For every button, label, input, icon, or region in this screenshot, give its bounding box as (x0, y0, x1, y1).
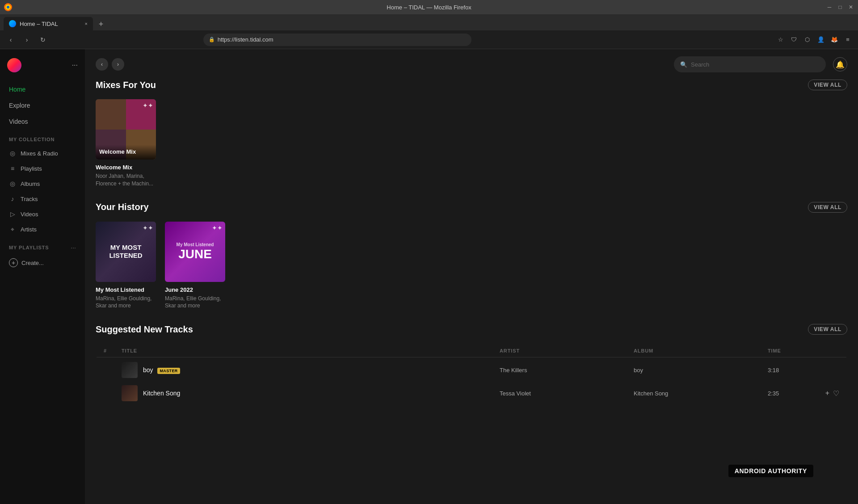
col-title: TITLE (122, 348, 500, 353)
search-icon: 🔍 (680, 61, 687, 68)
reload-button[interactable]: ↻ (38, 34, 48, 45)
playlists-icon: ≡ (9, 165, 16, 172)
shield-icon[interactable]: 🛡 (789, 35, 799, 45)
active-tab[interactable]: Home – TIDAL × (4, 17, 93, 30)
welcome-mix-card[interactable]: ✦✦ Welcome Mix Welcome Mix Noor Jahan, M… (96, 99, 156, 188)
most-listened-image: MY MOST LISTENED ✦✦ (96, 222, 156, 282)
track-time-boy: 3:18 (768, 367, 812, 374)
june-dots-icon: ✦✦ (212, 224, 223, 231)
suggested-section-title: Suggested New Tracks (96, 324, 193, 335)
bookmark-icon[interactable]: ☆ (776, 35, 786, 45)
sidebar-user: ··· (0, 55, 85, 76)
lock-icon: 🔒 (209, 37, 215, 42)
sidebar-item-videos-col-label: Videos (21, 211, 38, 218)
sidebar-item-home[interactable]: Home (0, 81, 85, 97)
sidebar-item-tracks[interactable]: ♪ Tracks (0, 191, 85, 206)
sidebar-item-playlists[interactable]: ≡ Playlists (0, 161, 85, 176)
back-nav-arrow[interactable]: ‹ (96, 58, 108, 71)
col-num: # (104, 348, 122, 353)
sidebar-item-videos-label: Videos (9, 118, 28, 125)
nav-arrows: ‹ › (96, 58, 124, 71)
history-section: Your History VIEW ALL MY MOST LISTENED (85, 202, 858, 324)
sidebar-item-explore-label: Explore (9, 102, 30, 109)
notification-button[interactable]: 🔔 (833, 57, 847, 71)
mixes-icon: ◎ (9, 150, 16, 157)
track-actions-kitchen: + ♡ (812, 389, 839, 398)
track-info-cell: boy MASTER (122, 362, 500, 378)
sidebar-item-albums[interactable]: ◎ Albums (0, 176, 85, 191)
table-row[interactable]: Kitchen Song Tessa Violet Kitchen Song 2… (97, 382, 846, 405)
track-info: boy MASTER (122, 362, 500, 378)
track-thumbnail-boy (122, 362, 138, 378)
videos-col-icon: ▷ (9, 210, 16, 218)
welcome-mix-image: ✦✦ Welcome Mix (96, 99, 156, 160)
most-listened-dots-icon: ✦✦ (143, 224, 153, 231)
sidebar-item-mixes[interactable]: ◎ Mixes & Radio (0, 146, 85, 161)
mixes-section-header: Mixes For You VIEW ALL (96, 80, 847, 90)
sidebar-item-videos[interactable]: Videos (0, 113, 85, 130)
col-album: ALBUM (634, 348, 768, 353)
june-2022-title: June 2022 (165, 286, 225, 293)
forward-button[interactable]: › (21, 34, 32, 45)
playlists-section-label: MY PLAYLISTS (9, 245, 49, 250)
track-info-cell-kitchen: Kitchen Song (122, 385, 500, 401)
sidebar-item-explore[interactable]: Explore (0, 97, 85, 113)
sidebar-item-artists[interactable]: ⌖ Artists (0, 222, 85, 237)
sidebar-item-mixes-label: Mixes & Radio (21, 150, 58, 157)
sidebar-more-button[interactable]: ··· (72, 61, 78, 69)
track-thumbnail-kitchen (122, 385, 138, 401)
suggested-view-all-button[interactable]: VIEW ALL (808, 324, 847, 335)
maximize-button[interactable]: □ (837, 4, 844, 11)
mixes-section-title: Mixes For You (96, 80, 156, 90)
tracks-header-row: # TITLE ARTIST ALBUM TIME (97, 344, 846, 357)
sidebar: ··· Home Explore Videos MY COLLECTION ◎ … (0, 49, 85, 504)
playlists-more-button[interactable]: ··· (71, 244, 76, 251)
most-listened-text: MY MOST LISTENED (109, 244, 142, 260)
add-icon[interactable]: + (825, 389, 829, 397)
history-view-all-button[interactable]: VIEW ALL (808, 202, 847, 213)
address-bar: ‹ › ↻ 🔒 https://listen.tidal.com ☆ 🛡 ⬡ 👤… (0, 30, 858, 49)
track-name-boy: boy (143, 366, 153, 374)
window-controls[interactable]: ─ □ ✕ (826, 4, 854, 11)
tab-favicon (9, 20, 16, 27)
new-tab-button[interactable]: + (95, 18, 107, 30)
menu-icon[interactable]: ≡ (843, 35, 853, 45)
create-playlist-button[interactable]: + Create... (0, 255, 85, 271)
url-text: https://listen.tidal.com (218, 36, 273, 43)
top-bar: ‹ › 🔍 Search 🔔 (85, 49, 858, 80)
track-album-boy: boy (634, 367, 768, 374)
firefox-icon (4, 3, 13, 12)
close-button[interactable]: ✕ (847, 4, 854, 11)
heart-icon[interactable]: ♡ (833, 389, 839, 398)
search-bar[interactable]: 🔍 Search (674, 56, 826, 72)
extension-icon[interactable]: ⬡ (803, 35, 812, 45)
create-plus-icon: + (9, 258, 18, 267)
most-listened-card[interactable]: MY MOST LISTENED ✦✦ My Most Listened MaR… (96, 222, 156, 310)
sidebar-item-artists-label: Artists (21, 226, 37, 233)
forward-nav-arrow[interactable]: › (112, 58, 124, 71)
most-listened-title: My Most Listened (96, 286, 156, 293)
playlists-header: MY PLAYLISTS ··· (0, 237, 85, 255)
back-button[interactable]: ‹ (5, 34, 16, 45)
sidebar-item-albums-label: Albums (21, 181, 40, 187)
welcome-mix-subtitle: Noor Jahan, Marina, Florence + the Machi… (96, 172, 156, 188)
table-row[interactable]: boy MASTER The Killers boy 3:18 (97, 358, 846, 382)
suggested-tracks-section: Suggested New Tracks VIEW ALL # TITLE AR… (85, 324, 858, 420)
url-bar[interactable]: 🔒 https://listen.tidal.com (203, 34, 471, 46)
mixes-view-all-button[interactable]: VIEW ALL (808, 80, 847, 90)
june-small-text: My Most Listened (177, 242, 214, 247)
profile-icon[interactable]: 👤 (816, 35, 826, 45)
track-name-kitchen: Kitchen Song (143, 390, 180, 397)
master-badge: MASTER (157, 368, 180, 374)
sidebar-item-videos-collection[interactable]: ▷ Videos (0, 206, 85, 222)
most-listened-subtitle: MaRina, Ellie Goulding, Skar and more (96, 295, 156, 310)
june-2022-card[interactable]: My Most Listened JUNE ✦✦ June 2022 MaRin… (165, 222, 225, 310)
sidebar-item-playlists-label: Playlists (21, 165, 42, 172)
welcome-mix-overlay-label: Welcome Mix (96, 145, 156, 160)
firefox-profile-icon[interactable]: 🦊 (829, 35, 839, 45)
tab-close-button[interactable]: × (85, 21, 88, 26)
browser-toolbar-right: ☆ 🛡 ⬡ 👤 🦊 ≡ (776, 35, 853, 45)
sidebar-item-tracks-label: Tracks (21, 196, 38, 202)
avatar[interactable] (7, 58, 21, 72)
minimize-button[interactable]: ─ (826, 4, 833, 11)
